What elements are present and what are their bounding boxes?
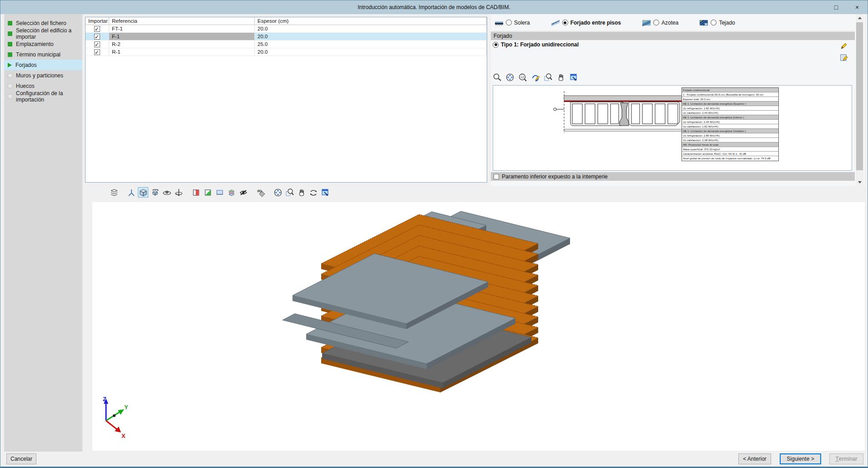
edit-type-button[interactable] xyxy=(839,41,848,51)
isometric-view-button[interactable] xyxy=(138,187,148,198)
send-to-window-icon xyxy=(321,188,330,197)
sidebar-item-emplazamiento[interactable]: Emplazamiento xyxy=(4,39,82,49)
layer-stack-button[interactable] xyxy=(226,187,237,198)
title-bar: Introducción automática. Importación de … xyxy=(0,0,868,14)
scrollbar-thumb[interactable] xyxy=(856,22,863,170)
cell-espesor: 20.0 xyxy=(255,25,487,32)
table-row[interactable]: FT-1 20.0 xyxy=(86,25,487,33)
tipo-label: Tipo 1: Forjado unidireccional xyxy=(501,41,579,48)
hide-elements-button[interactable] xyxy=(238,187,248,198)
option-tejado[interactable]: Tejado xyxy=(699,19,735,26)
step-pending-icon xyxy=(8,84,12,88)
paramento-checkbox[interactable] xyxy=(494,174,499,179)
floors-table: Importar Referencia Espesor (cm) FT-1 20… xyxy=(85,17,487,183)
pan-hand-button-3d[interactable] xyxy=(296,187,307,198)
rotate-cube-button[interactable] xyxy=(150,187,160,198)
back-button[interactable]: < Anterior xyxy=(738,453,771,464)
step-done-icon xyxy=(8,21,12,25)
radio-solera[interactable] xyxy=(506,20,512,25)
drawing-toolbar: ×2 xyxy=(492,72,579,82)
import-checkbox[interactable] xyxy=(94,41,100,47)
diagonal-plane-button[interactable] xyxy=(202,187,213,198)
info-row: Forjado unidireccional xyxy=(682,88,778,92)
paramento-checkbox-bar: Paramento inferior expuesto a la intempe… xyxy=(491,172,855,181)
step-current-icon xyxy=(8,63,12,67)
pan-hand-icon xyxy=(297,188,306,197)
edit-description-button[interactable] xyxy=(839,53,848,62)
table-row-selected[interactable]: F-1 20.0 xyxy=(86,33,487,41)
zoom-previous-icon xyxy=(493,73,502,82)
paramento-label: Paramento inferior expuesto a la intempe… xyxy=(502,173,608,180)
send-to-window-icon xyxy=(569,73,578,82)
slab-cross-section-drawing xyxy=(552,87,693,140)
option-solera[interactable]: Solera xyxy=(495,19,530,26)
info-row: HR: Protección frente al ruido xyxy=(682,142,778,147)
zoom-window-button-3d[interactable] xyxy=(284,187,295,198)
radio-tejado[interactable] xyxy=(711,20,717,25)
step-pending-icon xyxy=(8,73,12,78)
column-header-importar: Importar xyxy=(86,17,109,25)
close-button[interactable]: × xyxy=(847,0,868,14)
import-checkbox[interactable] xyxy=(94,34,100,40)
finish-button[interactable]: Terminar xyxy=(829,453,863,464)
radio-forjado-entre-pisos[interactable] xyxy=(562,20,568,25)
sidebar-item-muros-particiones[interactable]: Muros y particiones xyxy=(4,70,82,81)
scroll-up-button[interactable] xyxy=(856,14,863,22)
table-row[interactable]: R-1 20.0 xyxy=(86,48,487,56)
sidebar-item-label: Forjados xyxy=(15,62,37,68)
import-checkbox[interactable] xyxy=(94,49,100,55)
axes-button[interactable] xyxy=(126,187,136,198)
cancel-button[interactable]: Cancelar xyxy=(6,453,36,464)
flat-roof-icon xyxy=(642,19,651,26)
info-row: HE 1: Limitación de demanda energética (… xyxy=(682,102,778,106)
zoom-extents-button-3d[interactable] xyxy=(273,187,283,198)
radio-tipo-1[interactable] xyxy=(493,42,499,48)
scroll-down-button[interactable] xyxy=(856,178,863,186)
table-row[interactable]: R-2 25.0 xyxy=(86,41,487,48)
sidebar-item-seleccion-edificio[interactable]: Selección del edificio a importar xyxy=(4,28,82,39)
model-3d-viewport[interactable]: Z Y X xyxy=(92,202,865,451)
redraw-button[interactable] xyxy=(530,72,540,82)
sidebar-item-label: Selección del fichero xyxy=(16,20,66,26)
clip-plane-button[interactable] xyxy=(214,187,225,198)
zoom-previous-button[interactable] xyxy=(492,72,502,82)
option-label: Solera xyxy=(514,20,530,26)
maximize-icon: □ xyxy=(834,4,838,11)
import-checkbox[interactable] xyxy=(94,26,100,32)
step-pending-icon xyxy=(8,94,12,99)
sidebar-item-forjados[interactable]: Forjados xyxy=(4,60,82,70)
info-row: HE 1: Limitación de demanda energética (… xyxy=(682,129,778,133)
floor-between-storeys-icon xyxy=(551,19,560,26)
step-done-icon xyxy=(8,31,12,36)
turntable-button[interactable] xyxy=(173,187,184,198)
layers-button[interactable] xyxy=(109,187,119,198)
radio-azotea[interactable] xyxy=(653,20,659,25)
view-3d-settings-button[interactable]: 3D xyxy=(255,187,266,198)
tipo-row[interactable]: Tipo 1: Forjado unidireccional xyxy=(493,41,579,49)
svg-text:×2: ×2 xyxy=(520,76,524,79)
next-button[interactable]: Siguiente > xyxy=(780,453,821,464)
table-header-row: Importar Referencia Espesor (cm) xyxy=(86,17,487,25)
info-row: Uc refrigeración: 2.44 W/(m²K) xyxy=(682,120,778,124)
zoom-window-button[interactable] xyxy=(543,72,553,82)
maximize-button[interactable]: □ xyxy=(826,0,847,14)
zoom-x2-button[interactable]: ×2 xyxy=(517,72,528,82)
pan-hand-button[interactable] xyxy=(555,72,566,82)
option-forjado-entre-pisos[interactable]: Forjado entre pisos xyxy=(551,19,621,26)
option-azotea[interactable]: Azotea xyxy=(642,19,678,26)
sidebar-item-label: Término municipal xyxy=(16,51,61,58)
hide-elements-icon xyxy=(239,188,248,197)
sidebar-item-termino-municipal[interactable]: Término municipal xyxy=(4,49,82,60)
rotate-view-button[interactable] xyxy=(308,187,318,198)
section-box-button[interactable] xyxy=(191,187,201,198)
info-row: Uc calefacción: 2.38 W/(m²K) xyxy=(682,138,778,142)
dialog-window: Introducción automática. Importación de … xyxy=(0,0,868,468)
zoom-extents-button[interactable] xyxy=(505,72,515,82)
layer-stack-icon xyxy=(227,188,236,197)
orbit-view-button[interactable] xyxy=(161,187,172,198)
send-to-window-button[interactable] xyxy=(568,72,579,82)
sidebar-item-configuracion-importacion[interactable]: Configuración de la importación xyxy=(4,91,82,102)
forjado-section-header: Forjado xyxy=(491,32,855,40)
send-to-window-button-3d[interactable] xyxy=(320,187,330,198)
clip-plane-icon xyxy=(215,188,224,197)
